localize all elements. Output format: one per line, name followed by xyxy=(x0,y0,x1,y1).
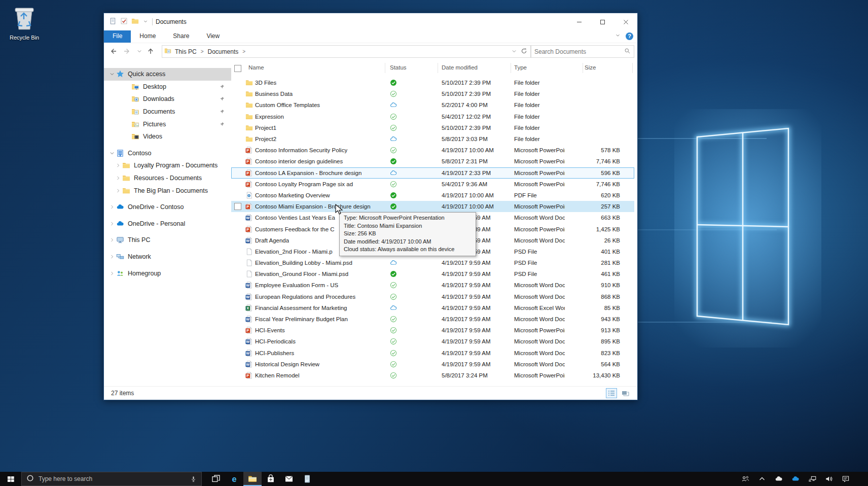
search-input[interactable]: Search Documents xyxy=(531,45,634,58)
tray-onedrive-blue-cloud-button[interactable] xyxy=(787,472,804,486)
breadcrumb-separator[interactable]: > xyxy=(242,49,246,54)
table-row[interactable]: WFiscal Year Preliminary Budget Plan4/19… xyxy=(231,314,634,325)
tab-view[interactable]: View xyxy=(198,30,228,43)
select-all-checkbox[interactable] xyxy=(234,65,241,72)
breadcrumb-separator[interactable]: > xyxy=(200,49,204,54)
table-row[interactable]: Project15/10/2017 2:39 PMFile folder xyxy=(231,122,634,133)
table-row[interactable]: PContoso Information Security Policy4/19… xyxy=(231,145,634,156)
large-icons-view-button[interactable] xyxy=(620,389,630,398)
file-name[interactable]: Elevation_Building Lobby - Miami.psd xyxy=(255,260,352,266)
file-name[interactable]: Fiscal Year Preliminary Budget Plan xyxy=(255,316,348,322)
table-row[interactable]: PKitchen Remodel5/8/2017 3:24 PMMicrosof… xyxy=(231,370,634,381)
table-row[interactable]: WEmployee Evaluation Form - US4/19/2017 … xyxy=(231,280,634,291)
red-check-icon[interactable] xyxy=(120,17,128,26)
file-name[interactable]: Contoso interior design guidelines xyxy=(255,158,343,164)
table-row[interactable]: 3D Files5/10/2017 2:39 PMFile folder xyxy=(231,77,634,88)
refresh-icon[interactable] xyxy=(521,48,527,56)
close-button[interactable] xyxy=(614,14,637,30)
mic-icon[interactable] xyxy=(190,475,197,483)
row-checkbox[interactable] xyxy=(234,203,241,210)
file-name[interactable]: Contoso Loyalty Program Page six ad xyxy=(255,181,353,187)
sidebar-item-onedrive-contoso[interactable]: OneDrive - Contoso xyxy=(104,201,231,214)
table-row[interactable]: Business Data5/10/2017 2:39 PMFile folde… xyxy=(231,88,634,99)
sidebar-item-this-pc[interactable]: This PC xyxy=(104,234,231,247)
column-type[interactable]: Type xyxy=(514,64,527,71)
table-row[interactable]: XFinancial Assessment for Marketing4/19/… xyxy=(231,302,634,314)
file-name[interactable]: Project1 xyxy=(255,125,276,131)
table-row[interactable]: eContoso Marketing Overview4/19/2017 10:… xyxy=(231,190,634,201)
file-name[interactable]: Contoso LA Expansion - Brochure design xyxy=(255,170,361,176)
file-name[interactable]: Employee Evaluation Form - US xyxy=(255,282,338,288)
sidebar-item-documents[interactable]: Documents xyxy=(104,106,231,118)
folder-small-icon[interactable] xyxy=(131,17,139,26)
table-row[interactable]: WHCI-Publishers4/19/2017 9:59 AMMicrosof… xyxy=(231,348,634,359)
file-name[interactable]: Project2 xyxy=(255,136,276,142)
chevron-right-icon[interactable] xyxy=(114,163,122,168)
table-row[interactable]: PContoso LA Expansion - Brochure design4… xyxy=(231,167,634,179)
file-name[interactable]: European Regulations and Procedures xyxy=(255,294,355,300)
sidebar-item-videos[interactable]: Videos xyxy=(104,130,231,143)
tray-chevron-up-button[interactable] xyxy=(753,472,770,486)
column-name[interactable]: Name xyxy=(248,64,264,71)
chevron-right-icon[interactable] xyxy=(114,188,122,193)
table-row[interactable]: WHCI-Periodicals4/19/2017 9:59 AMMicroso… xyxy=(231,336,634,347)
sidebar-item-downloads[interactable]: Downloads xyxy=(104,93,231,106)
column-status[interactable]: Status xyxy=(390,64,407,71)
chevron-right-icon[interactable] xyxy=(108,204,116,210)
table-row[interactable]: WEuropean Regulations and Procedures4/19… xyxy=(231,291,634,302)
table-row[interactable]: Elevation_Ground Floor - Miami.psd4/19/2… xyxy=(231,268,634,280)
chevron-right-icon[interactable] xyxy=(108,237,116,242)
taskbar-notepad-button[interactable] xyxy=(298,472,316,486)
file-name[interactable]: 3D Files xyxy=(255,80,276,86)
ribbon-collapse-icon[interactable] xyxy=(614,32,621,40)
details-view-button[interactable] xyxy=(606,388,617,398)
table-row[interactable]: WHistorical Design Review4/19/2017 9:59 … xyxy=(231,359,634,370)
file-name[interactable]: Customers Feedback for the C xyxy=(255,226,335,232)
address-dropdown-icon[interactable] xyxy=(512,48,517,55)
column-date-modified[interactable]: Date modified xyxy=(442,64,478,71)
taskbar-file-explorer-button[interactable] xyxy=(243,472,262,486)
breadcrumb-documents[interactable]: Documents xyxy=(207,48,240,55)
sidebar-item-loyalty-program-documents[interactable]: Loyalty Program - Documents xyxy=(104,159,231,172)
recycle-bin-shortcut[interactable]: Recycle Bin xyxy=(5,6,44,41)
sidebar-item-network[interactable]: Network xyxy=(104,251,231,263)
tray-volume-button[interactable] xyxy=(820,472,837,486)
file-page-icon[interactable] xyxy=(109,17,117,26)
sidebar-item-pictures[interactable]: Pictures xyxy=(104,118,231,130)
forward-button[interactable] xyxy=(121,45,133,57)
chevron-right-icon[interactable] xyxy=(114,176,122,181)
table-row[interactable]: PContoso Miami Expansion - Brochure desi… xyxy=(231,201,634,212)
table-row[interactable]: PContoso interior design guidelines5/8/2… xyxy=(231,156,634,167)
table-row[interactable]: PHCI-Events4/19/2017 9:59 AMMicrosoft Po… xyxy=(231,325,634,336)
tray-network-tray-button[interactable] xyxy=(804,472,820,486)
file-name[interactable]: Elevation_2nd Floor - Miami.p xyxy=(255,249,333,255)
file-name[interactable]: Expression xyxy=(255,114,284,120)
sidebar-item-the-big-plan-documents[interactable]: The Big Plan - Documents xyxy=(104,184,231,197)
sidebar-item-homegroup[interactable]: Homegroup xyxy=(104,267,231,280)
file-name[interactable]: Business Data xyxy=(255,91,293,97)
file-name[interactable]: Elevation_Ground Floor - Miami.psd xyxy=(255,271,348,277)
file-name[interactable]: Contoso Marketing Overview xyxy=(255,192,330,198)
file-name[interactable]: HCI-Events xyxy=(255,327,285,333)
maximize-button[interactable] xyxy=(591,14,614,30)
file-name[interactable]: Financial Assessment for Marketing xyxy=(255,305,347,311)
file-name[interactable]: HCI-Periodicals xyxy=(255,338,296,344)
taskbar-mail-button[interactable] xyxy=(280,472,298,486)
breadcrumb-this-pc[interactable]: This PC xyxy=(174,48,198,55)
file-name[interactable]: Draft Agenda xyxy=(255,237,289,244)
address-bar[interactable]: This PC>Documents> xyxy=(162,45,531,58)
chevron-right-icon[interactable] xyxy=(108,271,116,276)
taskbar-task-view-button[interactable] xyxy=(207,472,225,486)
sidebar-item-resources-documents[interactable]: Resources - Documents xyxy=(104,172,231,185)
help-icon[interactable]: ? xyxy=(626,32,633,40)
file-name[interactable]: Kitchen Remodel xyxy=(255,372,300,378)
tray-onedrive-white-cloud-button[interactable] xyxy=(770,472,787,486)
file-name[interactable]: Contoso Venties Last Years Ea xyxy=(255,215,335,221)
file-name[interactable]: Historical Design Review xyxy=(255,361,319,367)
tab-home[interactable]: Home xyxy=(131,30,164,43)
tray-people-button[interactable] xyxy=(737,472,753,486)
tab-share[interactable]: Share xyxy=(164,30,198,43)
file-name[interactable]: Custom Office Templates xyxy=(255,102,320,108)
recent-locations-icon[interactable] xyxy=(133,45,146,57)
table-row[interactable]: Custom Office Templates5/2/2017 4:00 PMF… xyxy=(231,99,634,111)
